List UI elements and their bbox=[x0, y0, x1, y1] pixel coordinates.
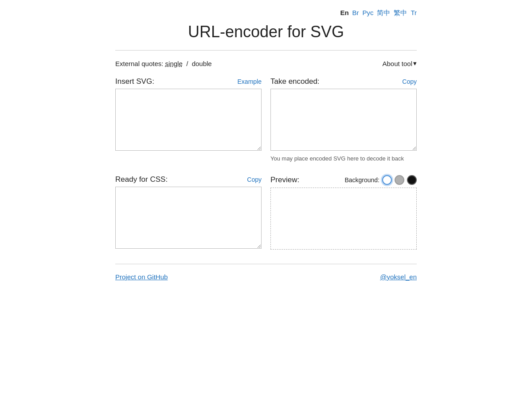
example-link[interactable]: Example bbox=[238, 78, 262, 85]
bg-black-radio[interactable] bbox=[407, 175, 417, 185]
css-textarea[interactable] bbox=[115, 187, 262, 249]
take-encoded-col: Take encoded: Copy You may place encoded… bbox=[270, 77, 417, 162]
lang-br[interactable]: Br bbox=[352, 9, 359, 17]
css-col: Ready for CSS: Copy bbox=[115, 175, 262, 250]
lang-en[interactable]: En bbox=[340, 9, 348, 17]
background-controls: Background: bbox=[344, 175, 417, 185]
copy-css-link[interactable]: Copy bbox=[247, 176, 262, 183]
external-quotes-control: External quotes: single / double bbox=[115, 60, 212, 67]
insert-svg-textarea[interactable] bbox=[115, 89, 262, 151]
take-encoded-textarea[interactable] bbox=[270, 89, 417, 151]
double-quotes-option: double bbox=[192, 60, 212, 67]
insert-svg-header: Insert SVG: Example bbox=[115, 77, 262, 86]
copy-encoded-link[interactable]: Copy bbox=[402, 78, 417, 85]
take-encoded-header: Take encoded: Copy bbox=[270, 77, 417, 86]
background-label: Background: bbox=[344, 176, 379, 184]
lang-zh-trad[interactable]: 繁中 bbox=[394, 9, 407, 17]
github-link[interactable]: Project on GitHub bbox=[115, 273, 168, 281]
css-label: Ready for CSS: bbox=[115, 175, 168, 184]
lang-rus[interactable]: Рус bbox=[363, 9, 374, 17]
footer: Project on GitHub @yoksel_en bbox=[115, 273, 417, 281]
insert-svg-col: Insert SVG: Example bbox=[115, 77, 262, 162]
css-header: Ready for CSS: Copy bbox=[115, 175, 262, 184]
page-title: URL-encoder for SVG bbox=[115, 23, 417, 41]
language-bar: En Br Рус 简中 繁中 Tr bbox=[115, 9, 417, 17]
single-quotes-option[interactable]: single bbox=[165, 60, 183, 67]
about-tool-button[interactable]: About tool ▾ bbox=[382, 59, 417, 67]
lang-tr[interactable]: Tr bbox=[411, 9, 417, 17]
lang-zh-simple[interactable]: 简中 bbox=[377, 9, 390, 17]
external-quotes-label: External quotes: bbox=[115, 60, 163, 67]
insert-svg-label: Insert SVG: bbox=[115, 77, 154, 86]
preview-label: Preview: bbox=[270, 176, 299, 184]
decode-hint: You may place encoded SVG here to decode… bbox=[270, 155, 417, 162]
take-encoded-label: Take encoded: bbox=[270, 77, 320, 86]
top-divider bbox=[115, 50, 417, 51]
bg-gray-radio[interactable] bbox=[395, 175, 404, 185]
preview-header: Preview: Background: bbox=[270, 175, 417, 185]
editor-area: Insert SVG: Example Take encoded: Copy Y… bbox=[115, 77, 417, 162]
bottom-divider bbox=[115, 264, 417, 264]
lower-area: Ready for CSS: Copy Preview: Background: bbox=[115, 175, 417, 250]
quotes-separator: / bbox=[186, 60, 188, 67]
preview-box bbox=[270, 188, 417, 250]
bg-white-radio[interactable] bbox=[382, 175, 392, 185]
preview-col: Preview: Background: bbox=[270, 175, 417, 250]
options-row: External quotes: single / double About t… bbox=[115, 59, 417, 67]
twitter-link[interactable]: @yoksel_en bbox=[380, 273, 417, 281]
